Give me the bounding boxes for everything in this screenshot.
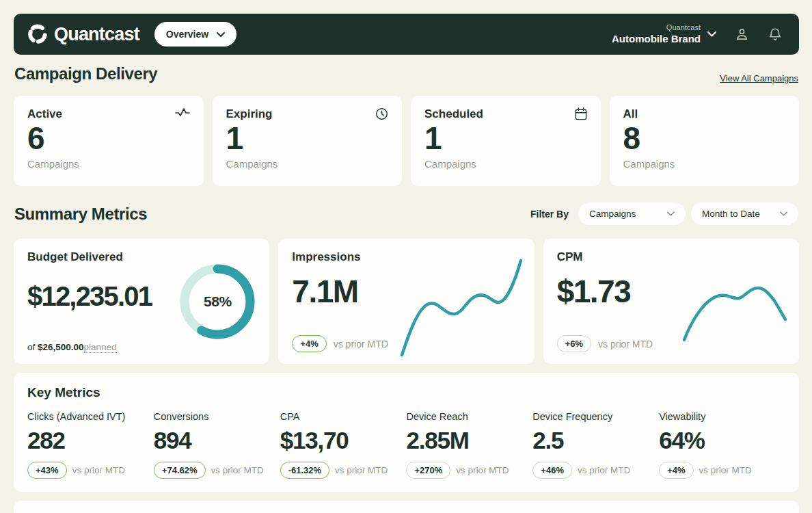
key-metrics-title: Key Metrics <box>27 385 785 400</box>
key-metric-label: Clicks (Advanced IVT) <box>27 411 154 422</box>
cpm-sparkline <box>653 246 789 360</box>
key-metric-label: Viewability <box>659 411 785 422</box>
key-metric-label: Conversions <box>154 411 280 422</box>
key-metric-compare-label: vs prior MTD <box>578 465 630 475</box>
campaign-card-label: All <box>623 107 638 121</box>
key-metric-delta-badge: +270% <box>406 462 450 479</box>
bell-icon[interactable] <box>768 27 783 42</box>
campaigns-filter-dropdown[interactable]: Campaigns <box>578 202 686 225</box>
key-metric-delta-badge: +46% <box>532 462 572 479</box>
key-metric-value: 282 <box>27 427 154 454</box>
calendar-icon <box>575 107 587 120</box>
campaign-card-label: Expiring <box>226 107 273 121</box>
budget-planned-line: of $26,500.00planned <box>27 342 117 352</box>
campaign-card-all[interactable]: All 8 Campaigns <box>610 96 800 186</box>
impressions-compare-label: vs prior MTD <box>334 339 388 350</box>
campaign-card-value: 1 <box>226 122 389 155</box>
key-metrics-card: Key Metrics Clicks (Advanced IVT) 282 +4… <box>14 373 799 492</box>
budget-planned-prefix: of <box>27 342 38 352</box>
key-metric-compare-label: vs prior MTD <box>456 465 509 475</box>
campaign-card-unit: Campaigns <box>27 158 190 170</box>
budget-percent-label: 58% <box>176 261 258 343</box>
campaign-status-cards: Active 6 Campaigns Expiring <box>14 96 799 186</box>
key-metric-value: 2.85M <box>406 427 532 454</box>
summary-metrics-title: Summary Metrics <box>14 205 147 224</box>
campaign-delivery-title: Campaign Delivery <box>14 64 157 83</box>
pulse-icon <box>175 107 190 117</box>
key-metric-value: 64% <box>659 427 785 454</box>
key-metric-compare-label: vs prior MTD <box>699 465 752 475</box>
date-range-filter-dropdown[interactable]: Month to Date <box>691 202 798 225</box>
overview-dropdown-label: Overview <box>166 29 208 40</box>
campaign-card-unit: Campaigns <box>623 158 786 170</box>
key-metrics-grid: Clicks (Advanced IVT) 282 +43% vs prior … <box>27 411 785 479</box>
clock-icon <box>375 107 388 120</box>
campaigns-filter-value: Campaigns <box>589 209 636 219</box>
campaign-card-label: Active <box>27 107 62 121</box>
chevron-down-icon <box>707 31 716 37</box>
account-org-label: Quantcast <box>612 23 701 33</box>
key-metric-delta-badge: +43% <box>27 462 67 479</box>
key-metric-conversions: Conversions 894 +74.62% vs prior MTD <box>154 411 280 479</box>
budget-planned-amount: $26,500.00 <box>38 342 84 352</box>
account-switcher[interactable]: Quantcast Automobile Brand <box>612 23 716 46</box>
summary-metric-cards: Budget Delivered $12,235.01 of $26,500.0… <box>14 239 799 364</box>
key-metric-compare-label: vs prior MTD <box>211 465 264 475</box>
key-metric-value: 894 <box>154 427 280 454</box>
key-metric-device-reach: Device Reach 2.85M +270% vs prior MTD <box>406 411 532 479</box>
campaign-card-label: Scheduled <box>424 107 483 121</box>
top-navigation-bar: Quantcast Overview Quantcast Automobile … <box>14 14 799 55</box>
cpm-compare-label: vs prior MTD <box>598 339 653 350</box>
budget-delivered-card: Budget Delivered $12,235.01 of $26,500.0… <box>14 239 269 364</box>
dashboard-page: Quantcast Overview Quantcast Automobile … <box>0 0 812 513</box>
key-metric-compare-label: vs prior MTD <box>72 465 125 475</box>
key-metric-label: CPA <box>280 411 407 422</box>
campaign-card-unit: Campaigns <box>226 158 389 170</box>
key-metric-delta-badge: +74.62% <box>154 462 206 479</box>
key-metric-device-frequency: Device Frequency 2.5 +46% vs prior MTD <box>532 411 659 479</box>
key-metric-delta-badge: -61.32% <box>280 462 329 479</box>
brand-wordmark: Quantcast <box>54 24 139 45</box>
key-metric-compare-label: vs prior MTD <box>335 465 388 475</box>
user-icon[interactable] <box>734 27 750 42</box>
campaign-card-value: 8 <box>623 122 786 155</box>
date-range-filter-value: Month to Date <box>702 209 760 219</box>
account-name-label: Automobile Brand <box>612 33 701 46</box>
campaign-card-unit: Campaigns <box>424 158 587 170</box>
budget-planned-term[interactable]: planned <box>84 342 117 353</box>
impressions-card: Impressions 7.1M +4% vs prior MTD <box>278 239 534 364</box>
chevron-down-icon <box>667 211 675 216</box>
impressions-delta-badge: +4% <box>292 335 326 352</box>
budget-donut-chart: 58% <box>176 261 258 343</box>
campaign-card-active[interactable]: Active 6 Campaigns <box>14 96 204 186</box>
cpm-delta-badge: +6% <box>557 335 591 352</box>
key-metric-delta-badge: +4% <box>659 462 693 479</box>
key-metric-value: $13,70 <box>280 427 407 454</box>
next-section-card-partial <box>14 501 799 513</box>
view-all-campaigns-link[interactable]: View All Campaigns <box>720 73 798 83</box>
key-metric-viewability: Viewability 64% +4% vs prior MTD <box>659 411 785 479</box>
chevron-down-icon <box>780 211 787 216</box>
overview-dropdown-button[interactable]: Overview <box>154 22 236 47</box>
campaign-card-scheduled[interactable]: Scheduled 1 Campaigns <box>411 96 601 186</box>
impressions-sparkline <box>388 246 525 360</box>
key-metric-cpa: CPA $13,70 -61.32% vs prior MTD <box>280 411 407 479</box>
chevron-down-icon <box>217 32 225 37</box>
campaign-card-value: 1 <box>424 122 587 155</box>
cpm-card: CPM $1.73 +6% vs prior MTD <box>543 239 799 364</box>
key-metric-label: Device Reach <box>406 411 532 422</box>
campaign-card-expiring[interactable]: Expiring 1 Campaigns <box>213 96 403 186</box>
key-metric-label: Device Frequency <box>532 411 659 422</box>
key-metric-clicks: Clicks (Advanced IVT) 282 +43% vs prior … <box>27 411 154 479</box>
quantcast-mark-icon <box>27 24 48 44</box>
campaign-card-value: 6 <box>27 122 190 155</box>
key-metric-value: 2.5 <box>532 427 659 454</box>
filter-by-label: Filter By <box>530 209 569 220</box>
quantcast-logo: Quantcast <box>27 24 139 45</box>
